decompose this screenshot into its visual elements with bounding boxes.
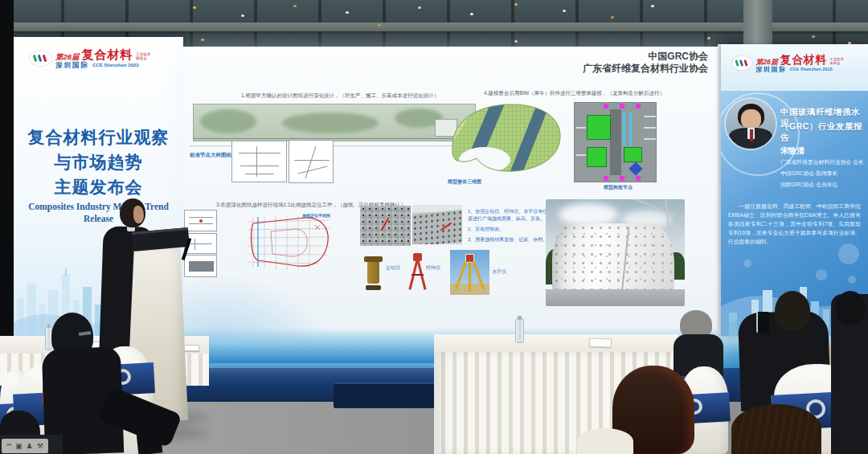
- diagram-panel-green: [624, 147, 642, 162]
- speaker-role: 国际GRC协会 会员单位: [780, 182, 867, 188]
- drawing-line: [240, 166, 279, 166]
- diagram-anchor-magenta: [604, 104, 608, 108]
- cce-logo-text: 第26届 复合材料 工业技术 展览会 深圳国际 CCE Shenzhen 202…: [755, 54, 844, 72]
- survey-notes-list: 1、使用全站仪、经纬仪、水平仪等仪器进行广场放线测量、标高、安装。 2、安装控制…: [468, 208, 550, 247]
- diagram-note-dash: [644, 138, 656, 140]
- instrument-base: [366, 285, 381, 290]
- tripod-leg: [473, 262, 485, 290]
- diagram-panel-green: [587, 115, 611, 140]
- instrument-head: [413, 253, 422, 261]
- person-leg: [135, 416, 163, 454]
- water-bottle: [515, 318, 524, 343]
- slide-org-names: 中国GRC协会 广东省纤维复合材料行业协会: [583, 51, 708, 75]
- logo-arc-green: [735, 59, 739, 67]
- quote-icon: ❛❛: [6, 442, 11, 450]
- drawing-line: [297, 166, 327, 174]
- logo-code: CCE Shenzhen 2023: [790, 67, 833, 72]
- left-wall-edge: [0, 0, 14, 378]
- name-card: [589, 338, 612, 348]
- logo-edition: 第26届: [55, 53, 80, 61]
- logo-code: CCE Shenzhen 2023: [92, 63, 139, 67]
- survey-note: 1、使用全站仪、经纬仪、水平仪等仪器进行广场放线测量、标高、安装。: [468, 208, 550, 223]
- bottle-cap: [518, 316, 522, 320]
- node-detail-drawing: [231, 141, 287, 182]
- logo-edition: 第26届: [755, 58, 777, 65]
- model-node-diagram: [574, 102, 657, 182]
- instrument-label: 水平仪: [492, 268, 506, 276]
- tripod-crossbar: [411, 274, 424, 276]
- table-top: [434, 334, 679, 354]
- audience-person-right-edge: [831, 294, 868, 454]
- person-head: [775, 291, 810, 331]
- camera-icon: ▣: [15, 442, 23, 450]
- screen-top-glow: [183, 47, 718, 49]
- bubble-decoration: [743, 260, 751, 268]
- speaker-role: 中国GRC协会 副理事长: [780, 170, 867, 177]
- diagram-anchor-magenta: [636, 104, 641, 108]
- speaker-portrait: [726, 99, 776, 149]
- logo-tagline-2: 展览会: [136, 56, 150, 60]
- logo-arc-green: [33, 55, 38, 62]
- logo-arc-blue: [38, 55, 43, 62]
- elevation-shade: [282, 112, 379, 133]
- photo-cloud: [559, 203, 618, 226]
- diagram-note-dash: [576, 154, 586, 156]
- elevation-drawing: [193, 104, 476, 141]
- bubble-decoration: [838, 243, 859, 264]
- cce-expo-logo: 第26届 复合材料 工业技术 展览会 深圳国际 CCE Shenzhen 202…: [30, 48, 152, 69]
- label-plan: 放线定位平面图: [302, 213, 330, 218]
- diagram-anchor-magenta: [604, 176, 608, 181]
- led-screen-slide: 中国GRC协会 广东省纤维复合材料行业协会 1.根据甲方确认的设计图纸进行深化设…: [183, 47, 718, 363]
- bim-3d-model: [448, 99, 563, 179]
- instrument-label: 经纬仪: [426, 264, 440, 272]
- diagram-anchor-magenta: [620, 176, 624, 181]
- audience-woman-front: [731, 404, 821, 454]
- video-watermark-toolbar: ❛❛ ▣ ♟ ⚒: [2, 439, 48, 453]
- cce-logo-text: 第26届 复合材料 工业技术 展览会 深圳国际 CCE Shenzhen 202…: [55, 48, 152, 69]
- layout-plan-drawing: [239, 211, 336, 276]
- panel-dot-field: [412, 210, 462, 244]
- diagram-note-dash: [576, 127, 586, 129]
- diagram-column: [610, 109, 621, 175]
- diagram-rail-blue: [629, 112, 632, 146]
- drawing-line: [294, 160, 330, 161]
- logo-tagline: 工业技术 展览会: [136, 52, 152, 60]
- diagram-panel-green: [587, 147, 607, 167]
- org-line-2: 广东省纤维复合材料行业协会: [583, 63, 708, 74]
- instrument-label: 全站仪: [386, 264, 400, 272]
- theodolite-photo: [407, 253, 428, 290]
- drawing-line: [305, 146, 317, 178]
- label-model-node: 模型构造节点: [604, 184, 633, 191]
- logo-arc-blue: [739, 59, 743, 67]
- conference-hall-photo: 第26届 复合材料 工业技术 展览会 深圳国际 CCE Shenzhen 202…: [0, 0, 868, 454]
- slide-caption-modeling: 4.建模整合后用BIM（犀牛）软件进行三维整体建模，（龙骨构造分解后进行）: [484, 90, 681, 97]
- diagram-note-dash: [644, 127, 656, 129]
- smartphone: [756, 312, 769, 333]
- elevation-shade: [200, 109, 256, 133]
- drawing-line: [239, 153, 280, 153]
- person-head: [836, 291, 865, 325]
- photo-ground: [546, 289, 685, 306]
- cce-expo-logo: 第26届 复合材料 工业技术 展览会 深圳国际 CCE Shenzhen 202…: [732, 54, 844, 72]
- speaker-name: 宋致清: [780, 145, 805, 157]
- portrait-tie: [750, 129, 753, 141]
- level-instrument-photo: [450, 250, 489, 295]
- survey-note: 2、安装控制点。: [468, 226, 550, 233]
- perforated-panel-photo: [360, 206, 411, 246]
- slide-caption-layout: 3.依据深化图纸放样进行现场1:1比例放线定位工作，（放线、定位样板复核确认）: [216, 202, 445, 209]
- logo-tagline-2: 展览会: [829, 61, 843, 64]
- tripod-leg: [469, 261, 471, 292]
- instrument-scope: [364, 256, 383, 262]
- total-station-photo: [362, 253, 384, 290]
- chair-back-partial: [577, 428, 633, 454]
- building-site-photo: [546, 199, 685, 306]
- banner-title-line: 复合材料行业观察: [14, 125, 183, 149]
- cce-logo-icon: [30, 51, 51, 66]
- bubble-decoration: [816, 269, 827, 280]
- bubble-decoration: [848, 276, 856, 284]
- tripod-leg: [455, 262, 467, 290]
- survey-note: 3、测量放线结果复核、记录、存档。: [468, 236, 550, 243]
- logo-name: 复合材料: [780, 54, 827, 65]
- cce-logo-icon: [732, 56, 752, 70]
- portrait-face: [741, 109, 761, 129]
